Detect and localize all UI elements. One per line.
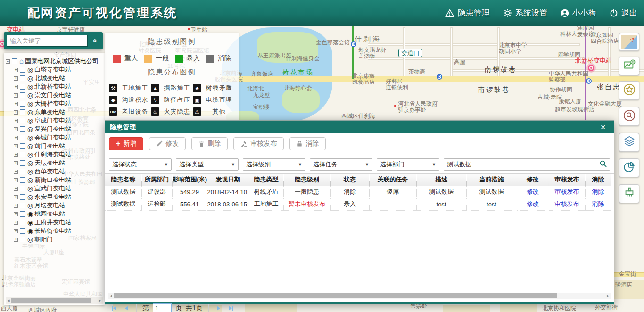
checkbox[interactable]	[20, 186, 25, 191]
tree-station[interactable]: +◎什刹海变电站	[4, 150, 105, 159]
scroll-left-icon[interactable]: ◀	[108, 294, 114, 298]
tree-station[interactable]: +◎宣武门变电站	[4, 184, 105, 193]
hazard-search-input[interactable]	[447, 161, 599, 168]
checkbox[interactable]	[12, 58, 17, 64]
expand-icon[interactable]: +	[14, 221, 18, 225]
checkbox[interactable]	[20, 75, 25, 81]
expand-icon[interactable]: +	[14, 195, 18, 199]
checkbox[interactable]	[20, 126, 25, 132]
scrollbar-thumb[interactable]	[11, 298, 91, 303]
checkbox[interactable]	[20, 237, 25, 242]
expand-icon[interactable]: +	[14, 127, 18, 131]
eliminate-link[interactable]: 消除	[592, 188, 604, 195]
tree-station[interactable]: +◉桃园变电站	[4, 210, 105, 218]
checkbox[interactable]	[20, 194, 25, 200]
expand-icon[interactable]: +	[14, 93, 18, 98]
substation-marker-icon[interactable]	[588, 65, 594, 71]
tree-station[interactable]: +◎北城变电站	[4, 74, 105, 82]
tree-horizontal-scrollbar[interactable]: ◀ ▶	[6, 297, 103, 304]
expand-icon[interactable]: +	[14, 119, 18, 123]
last-page-icon[interactable]	[227, 304, 235, 312]
scroll-right-icon[interactable]: ▶	[605, 294, 611, 298]
checkbox[interactable]	[20, 177, 25, 183]
level-select[interactable]: 选择级别▼	[243, 158, 305, 171]
dept-select[interactable]: 选择部门▼	[377, 158, 439, 171]
nav-logout[interactable]: 退出	[610, 8, 637, 18]
table-horizontal-scrollbar[interactable]: ◀ ▶	[108, 293, 611, 299]
tree-station[interactable]: +◎复兴门变电站	[4, 125, 105, 133]
publish-link[interactable]: 审核发布	[555, 188, 579, 195]
edit-button[interactable]: 修改	[149, 137, 186, 150]
eliminate-button[interactable]: 消除	[289, 137, 326, 150]
checkbox[interactable]	[20, 109, 25, 115]
clear-map-button[interactable]	[619, 184, 639, 203]
expand-icon[interactable]: +	[14, 110, 18, 115]
task-select[interactable]: 选择任务▼	[310, 158, 372, 171]
checkbox[interactable]	[20, 67, 25, 73]
checkbox[interactable]	[20, 135, 25, 140]
tree-station[interactable]: +◎前门变电站	[4, 142, 105, 150]
expand-icon[interactable]: +	[14, 229, 18, 233]
collapse-panel-button[interactable]: »	[90, 35, 98, 47]
tree-station[interactable]: +◎天坛变电站	[4, 159, 105, 167]
tree-station[interactable]: +◎大栅栏变电站	[4, 99, 105, 108]
minimize-icon[interactable]: —	[585, 123, 597, 131]
publish-link[interactable]: 审核发布	[555, 200, 579, 207]
tree-station[interactable]: +◎月坛变电站	[4, 201, 105, 210]
expand-icon[interactable]: +	[14, 212, 18, 216]
expand-icon[interactable]: +	[14, 170, 18, 174]
table-row[interactable]: 测试数据建设部549.292018-02-14 10:1树线矛盾一般隐患消除傻屌…	[105, 186, 611, 198]
scrollbar-thumb[interactable]	[114, 293, 557, 298]
page-number-input[interactable]	[153, 303, 172, 312]
checkbox[interactable]	[20, 84, 25, 90]
type-select[interactable]: 选择类型▼	[176, 158, 239, 171]
overview-map-button[interactable]	[619, 33, 639, 51]
publish-button[interactable]: 审核发布	[233, 137, 284, 150]
nav-user[interactable]: 小小梅	[561, 8, 596, 18]
expand-icon[interactable]: +	[14, 76, 18, 81]
expand-icon[interactable]: +	[14, 153, 18, 157]
checkbox[interactable]	[20, 143, 25, 149]
expand-icon[interactable]: +	[14, 161, 18, 165]
tree-station[interactable]: +◎新街口变电站	[4, 176, 105, 184]
nav-settings[interactable]: 系统设置	[503, 8, 547, 18]
checkbox[interactable]	[20, 169, 25, 174]
first-page-icon[interactable]	[110, 304, 118, 312]
expand-icon[interactable]: +	[14, 136, 18, 140]
expand-icon[interactable]: +	[14, 238, 18, 242]
expand-icon[interactable]: +	[14, 187, 18, 191]
status-select[interactable]: 选择状态▼	[109, 158, 172, 171]
delete-button[interactable]: 删除	[191, 137, 228, 150]
tree-station[interactable]: +◎会城门变电站	[4, 133, 105, 142]
edit-link[interactable]: 修改	[527, 188, 539, 195]
checkbox[interactable]	[20, 101, 25, 107]
tree-station[interactable]: +◎阜成门变电站	[4, 116, 105, 125]
next-page-icon[interactable]	[215, 304, 223, 312]
prev-page-icon[interactable]	[122, 304, 131, 312]
table-row[interactable]: 测试数据运检部556.412018-03-06 15:3工地施工暂未审核发布录入…	[105, 198, 611, 210]
modal-titlebar[interactable]: 隐患管理 — ✕	[105, 121, 614, 133]
expand-icon[interactable]: +	[14, 178, 18, 182]
keyword-search-input[interactable]	[7, 35, 88, 47]
expand-icon[interactable]: +	[14, 144, 18, 148]
tree-station[interactable]: +◎朝阳门	[4, 235, 105, 244]
checkbox[interactable]	[20, 220, 25, 225]
checkbox[interactable]	[20, 228, 25, 234]
tree-station[interactable]: +◉王府井变电站	[4, 218, 105, 227]
close-icon[interactable]: ✕	[597, 123, 609, 131]
tree-station[interactable]: +◎崇文门变电站	[4, 91, 105, 99]
checkbox[interactable]	[20, 152, 25, 157]
statistics-button[interactable]	[619, 158, 639, 177]
checkbox[interactable]	[20, 160, 25, 166]
favorites-button[interactable]	[619, 81, 639, 100]
layers-button[interactable]	[619, 133, 639, 152]
checkbox[interactable]	[20, 118, 25, 123]
add-button[interactable]: +新增	[109, 137, 143, 150]
eliminate-link[interactable]: 消除	[592, 200, 604, 207]
poi-marker-button[interactable]	[619, 57, 639, 75]
tree-station[interactable]: +◉长椿街变电站	[4, 227, 105, 235]
tree-station[interactable]: +◎北新桥变电站	[4, 82, 105, 91]
tree-station[interactable]: +◎西单变电站	[4, 167, 105, 176]
expand-icon[interactable]: +	[14, 204, 18, 208]
expand-icon[interactable]: +	[14, 85, 18, 89]
